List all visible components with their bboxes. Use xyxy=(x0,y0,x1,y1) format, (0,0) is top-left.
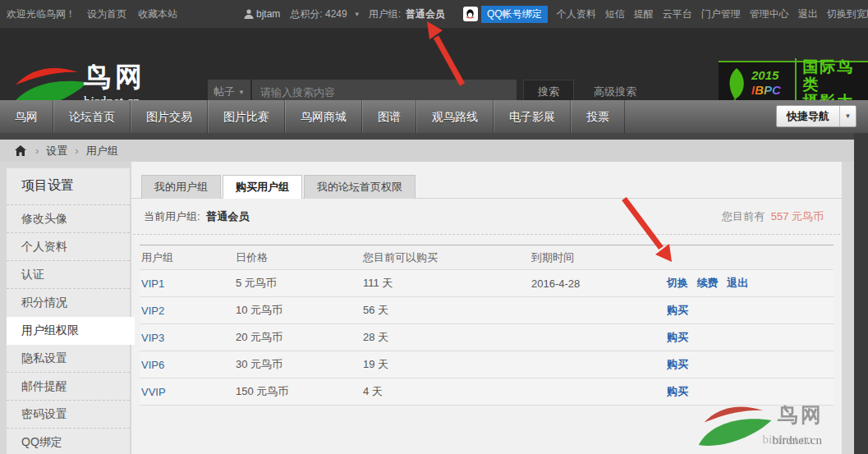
sidebar-item-points[interactable]: 积分情况 xyxy=(7,289,130,317)
contest-abbr: IBPC xyxy=(751,83,781,97)
nav-item-vote[interactable]: 投票 xyxy=(571,100,625,133)
nav-item-birding-routes[interactable]: 观鸟路线 xyxy=(416,100,494,133)
balance-value: 557 元鸟币 xyxy=(771,210,824,222)
page: 欢迎光临鸟网！ 设为首页 收藏本站 bjtam 总积分: 4249 ▼ 用户组:… xyxy=(0,0,868,454)
sidebar-item-password[interactable]: 密码设置 xyxy=(7,401,130,429)
tab-buy-usergroup[interactable]: 购买用户组 xyxy=(223,175,302,199)
set-homepage-link[interactable]: 设为首页 xyxy=(87,7,126,21)
watermark-domain: birdnet.cn xyxy=(773,433,822,447)
can-buy-cell: 56 天 xyxy=(361,303,530,318)
right-edge-strip xyxy=(854,133,868,454)
quit-link[interactable]: 退出 xyxy=(727,277,748,289)
buy-link[interactable]: 购买 xyxy=(667,304,688,316)
actions-cell: 购买 xyxy=(665,330,834,345)
qq-bind-group[interactable]: QQ帐号绑定 xyxy=(463,6,548,23)
current-group-label: 当前用户组: xyxy=(144,210,200,222)
can-buy-cell: 111 天 xyxy=(361,276,530,291)
contest-title-line1: 国际鸟类 xyxy=(802,58,863,93)
sidebar-item-email-notify[interactable]: 邮件提醒 xyxy=(7,373,130,401)
current-group: 当前用户组: 普通会员 xyxy=(144,209,249,224)
current-group-value: 普通会员 xyxy=(206,210,249,222)
col-header-daily-price: 日价格 xyxy=(234,250,361,265)
price-cell: 20 元鸟币 xyxy=(234,330,361,345)
notifications-link[interactable]: 提醒 xyxy=(634,7,654,21)
breadcrumb-settings[interactable]: 设置 xyxy=(46,144,67,158)
breadcrumb: › 设置 › 用户组 xyxy=(0,140,854,162)
switch-link[interactable]: 切换 xyxy=(667,277,688,289)
coin-balance: 您目前有 557 元鸟币 xyxy=(722,209,824,224)
group-link[interactable]: VIP2 xyxy=(140,305,234,317)
expire-cell: 2016-4-28 xyxy=(530,277,665,290)
profile-link[interactable]: 个人资料 xyxy=(557,7,596,21)
bookmark-site-link[interactable]: 收藏本站 xyxy=(138,7,177,21)
nav-item-photo-contest[interactable]: 图片比赛 xyxy=(208,100,285,133)
quick-nav-caret-icon: ▼ xyxy=(839,106,856,126)
nav-item-forum-home[interactable]: 论坛首页 xyxy=(53,100,131,133)
sidebar-item-usergroup-permissions[interactable]: 用户组权限 xyxy=(7,317,135,345)
price-cell: 10 元鸟币 xyxy=(234,303,361,318)
buy-link[interactable]: 购买 xyxy=(667,385,688,397)
score-caret-icon[interactable]: ▼ xyxy=(354,11,361,18)
search-type-value: 帖子 xyxy=(214,85,235,99)
tab-forum-home-permission[interactable]: 我的论坛首页权限 xyxy=(304,175,416,199)
nav-item-birdnet[interactable]: 鸟网 xyxy=(0,100,53,133)
sidebar-item-avatar[interactable]: 修改头像 xyxy=(7,205,130,233)
logout-link[interactable]: 退出 xyxy=(798,7,818,21)
top-bar: 欢迎光临鸟网！ 设为首页 收藏本站 bjtam 总积分: 4249 ▼ 用户组:… xyxy=(0,0,868,28)
advanced-search-link[interactable]: 高级搜索 xyxy=(594,85,636,99)
username[interactable]: bjtam xyxy=(256,8,280,20)
col-header-usergroup: 用户组 xyxy=(140,250,234,265)
breadcrumb-separator: › xyxy=(75,144,78,157)
group-link[interactable]: VVIP xyxy=(140,386,234,398)
can-buy-cell: 28 天 xyxy=(361,330,530,345)
qq-penguin-icon xyxy=(463,7,478,21)
group-link[interactable]: VIP3 xyxy=(140,332,234,344)
usergroup-tabs: 我的用户组 购买用户组 我的论坛首页权限 xyxy=(131,162,842,199)
watermark-site-name: 鸟网 xyxy=(778,401,824,429)
sidebar-title: 项目设置 xyxy=(7,168,130,205)
sidebar-item-qq-bind[interactable]: QQ绑定 xyxy=(7,429,130,454)
home-icon[interactable] xyxy=(15,145,26,156)
sidebar-item-privacy[interactable]: 隐私设置 xyxy=(7,345,130,373)
sidebar-item-profile[interactable]: 个人资料 xyxy=(7,233,130,261)
tab-my-usergroup[interactable]: 我的用户组 xyxy=(141,175,221,199)
can-buy-cell: 19 天 xyxy=(361,357,530,372)
quick-nav-label: 快捷导航 xyxy=(777,106,839,126)
breadcrumb-separator: › xyxy=(35,144,39,157)
balance-prefix: 您目前有 xyxy=(722,210,765,222)
nav-item-atlas[interactable]: 图谱 xyxy=(362,100,416,133)
user-icon xyxy=(243,8,255,20)
total-score[interactable]: 总积分: 4249 xyxy=(290,7,347,21)
group-link[interactable]: VIP6 xyxy=(140,359,234,371)
usergroup-label: 用户组: xyxy=(369,7,401,21)
group-link[interactable]: VIP1 xyxy=(140,277,234,290)
admin-center-link[interactable]: 管理中心 xyxy=(750,7,789,21)
actions-cell: 购买 xyxy=(665,303,834,318)
user-summary: bjtam 总积分: 4249 ▼ 用户组: 普通会员 xyxy=(243,7,450,21)
wide-version-link[interactable]: 切换到宽版 xyxy=(827,7,868,21)
buy-link[interactable]: 购买 xyxy=(667,331,688,343)
price-cell: 150 元鸟币 xyxy=(234,384,361,399)
topbar-links: 个人资料 短信 提醒 云平台 门户管理 管理中心 退出 切换到宽版 xyxy=(548,7,868,21)
site-header: 鸟网 birdnet.cn 帖子 ▼ 搜索 高级搜索 2015 I xyxy=(0,28,868,100)
col-header-expire: 到期时间 xyxy=(530,250,665,265)
usergroup-value[interactable]: 普通会员 xyxy=(406,7,445,21)
breadcrumb-usergroup[interactable]: 用户组 xyxy=(86,144,118,158)
buy-link[interactable]: 购买 xyxy=(667,358,688,370)
nav-item-mall[interactable]: 鸟网商城 xyxy=(285,100,362,133)
can-buy-cell: 4 天 xyxy=(361,384,530,399)
nav-item-photo-trade[interactable]: 图片交易 xyxy=(131,100,208,133)
price-cell: 5 元鸟币 xyxy=(234,276,361,291)
welcome-text: 欢迎光临鸟网！ xyxy=(7,7,76,21)
messages-link[interactable]: 短信 xyxy=(605,7,625,21)
cloud-platform-link[interactable]: 云平台 xyxy=(663,7,692,21)
content-panel: 我的用户组 购买用户组 我的论坛首页权限 当前用户组: 普通会员 您目前有 55… xyxy=(131,162,842,454)
portal-admin-link[interactable]: 门户管理 xyxy=(701,7,741,21)
price-cell: 30 元鸟币 xyxy=(234,357,361,372)
table-header-row: 用户组 日价格 您目前可以购买 到期时间 xyxy=(140,245,834,270)
qq-bind-button[interactable]: QQ帐号绑定 xyxy=(481,6,548,23)
nav-item-e-exhibition[interactable]: 电子影展 xyxy=(494,100,571,133)
renew-link[interactable]: 续费 xyxy=(697,277,719,289)
quick-nav-button[interactable]: 快捷导航 ▼ xyxy=(776,105,857,127)
sidebar-item-verification[interactable]: 认证 xyxy=(7,261,130,289)
